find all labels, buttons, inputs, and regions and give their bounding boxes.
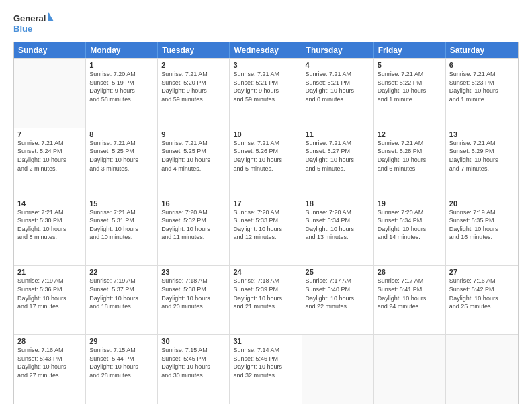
day-number: 25: [306, 268, 370, 276]
calendar-cell: 29Sunrise: 7:15 AM Sunset: 5:44 PM Dayli…: [86, 335, 158, 404]
day-number: 23: [161, 268, 226, 276]
calendar-cell: 9Sunrise: 7:21 AM Sunset: 5:25 PM Daylig…: [158, 128, 230, 197]
calendar-cell: 27Sunrise: 7:16 AM Sunset: 5:42 PM Dayli…: [446, 266, 518, 334]
header-day-tuesday: Tuesday: [158, 42, 230, 58]
day-info: Sunrise: 7:14 AM Sunset: 5:46 PM Dayligh…: [233, 346, 298, 379]
day-info: Sunrise: 7:20 AM Sunset: 5:34 PM Dayligh…: [306, 208, 370, 242]
day-number: 20: [449, 199, 515, 208]
day-info: Sunrise: 7:21 AM Sunset: 5:25 PM Dayligh…: [89, 139, 154, 173]
day-info: Sunrise: 7:16 AM Sunset: 5:42 PM Dayligh…: [449, 277, 515, 310]
calendar-cell: 7Sunrise: 7:21 AM Sunset: 5:24 PM Daylig…: [14, 128, 86, 197]
calendar-cell: 24Sunrise: 7:18 AM Sunset: 5:39 PM Dayli…: [230, 266, 302, 334]
day-info: Sunrise: 7:21 AM Sunset: 5:24 PM Dayligh…: [17, 139, 82, 173]
calendar-cell: 23Sunrise: 7:18 AM Sunset: 5:38 PM Dayli…: [158, 266, 230, 334]
day-number: 14: [17, 199, 82, 208]
day-number: 5: [378, 61, 442, 69]
day-number: 28: [17, 337, 82, 345]
day-info: Sunrise: 7:19 AM Sunset: 5:36 PM Dayligh…: [17, 277, 82, 310]
day-number: 10: [233, 130, 298, 138]
day-info: Sunrise: 7:20 AM Sunset: 5:32 PM Dayligh…: [161, 208, 226, 242]
day-number: 26: [378, 268, 442, 276]
day-info: Sunrise: 7:15 AM Sunset: 5:44 PM Dayligh…: [89, 346, 154, 379]
day-info: Sunrise: 7:21 AM Sunset: 5:20 PM Dayligh…: [161, 70, 226, 103]
calendar-cell: 18Sunrise: 7:20 AM Sunset: 5:34 PM Dayli…: [302, 197, 374, 266]
day-info: Sunrise: 7:16 AM Sunset: 5:43 PM Dayligh…: [17, 346, 82, 379]
logo-svg: General Blue: [13, 11, 54, 35]
svg-marker-2: [48, 12, 54, 21]
calendar-week-1: 1Sunrise: 7:20 AM Sunset: 5:19 PM Daylig…: [14, 58, 518, 128]
calendar-cell: 6Sunrise: 7:21 AM Sunset: 5:23 PM Daylig…: [446, 59, 518, 128]
svg-text:Blue: Blue: [13, 24, 32, 34]
day-info: Sunrise: 7:21 AM Sunset: 5:22 PM Dayligh…: [378, 70, 442, 103]
calendar-cell: 25Sunrise: 7:17 AM Sunset: 5:40 PM Dayli…: [302, 266, 374, 334]
calendar-cell: 10Sunrise: 7:21 AM Sunset: 5:26 PM Dayli…: [230, 128, 302, 197]
calendar-cell: 5Sunrise: 7:21 AM Sunset: 5:22 PM Daylig…: [374, 59, 446, 128]
svg-text:General: General: [13, 13, 46, 24]
day-number: 8: [89, 130, 154, 138]
day-info: Sunrise: 7:21 AM Sunset: 5:26 PM Dayligh…: [233, 139, 298, 173]
calendar-body: 1Sunrise: 7:20 AM Sunset: 5:19 PM Daylig…: [14, 58, 518, 404]
header-day-monday: Monday: [86, 42, 158, 58]
calendar-week-4: 21Sunrise: 7:19 AM Sunset: 5:36 PM Dayli…: [14, 265, 518, 334]
header: General Blue: [13, 11, 519, 35]
day-number: 29: [89, 337, 154, 345]
day-number: 24: [233, 268, 298, 276]
calendar-cell: 22Sunrise: 7:19 AM Sunset: 5:37 PM Dayli…: [86, 266, 158, 334]
day-number: 30: [161, 337, 226, 345]
day-number: 18: [306, 199, 370, 208]
day-info: Sunrise: 7:20 AM Sunset: 5:33 PM Dayligh…: [233, 208, 298, 242]
calendar-cell: [446, 335, 518, 404]
day-number: 15: [89, 199, 154, 208]
day-info: Sunrise: 7:18 AM Sunset: 5:38 PM Dayligh…: [161, 277, 226, 310]
day-info: Sunrise: 7:17 AM Sunset: 5:40 PM Dayligh…: [306, 277, 370, 310]
day-info: Sunrise: 7:21 AM Sunset: 5:21 PM Dayligh…: [306, 70, 370, 103]
calendar-cell: 21Sunrise: 7:19 AM Sunset: 5:36 PM Dayli…: [14, 266, 86, 334]
calendar-week-5: 28Sunrise: 7:16 AM Sunset: 5:43 PM Dayli…: [14, 334, 518, 404]
calendar-cell: [14, 59, 86, 128]
day-info: Sunrise: 7:21 AM Sunset: 5:25 PM Dayligh…: [161, 139, 226, 173]
calendar-cell: 19Sunrise: 7:20 AM Sunset: 5:34 PM Dayli…: [374, 197, 446, 266]
logo: General Blue: [13, 11, 54, 35]
calendar-cell: 14Sunrise: 7:21 AM Sunset: 5:30 PM Dayli…: [14, 197, 86, 266]
day-number: 9: [161, 130, 226, 138]
header-day-friday: Friday: [374, 42, 446, 58]
calendar-cell: 28Sunrise: 7:16 AM Sunset: 5:43 PM Dayli…: [14, 335, 86, 404]
day-info: Sunrise: 7:21 AM Sunset: 5:30 PM Dayligh…: [17, 208, 82, 242]
day-number: 16: [161, 199, 226, 208]
day-info: Sunrise: 7:21 AM Sunset: 5:27 PM Dayligh…: [306, 139, 370, 173]
calendar: SundayMondayTuesdayWednesdayThursdayFrid…: [13, 42, 519, 404]
day-number: 19: [378, 199, 442, 208]
calendar-cell: 4Sunrise: 7:21 AM Sunset: 5:21 PM Daylig…: [302, 59, 374, 128]
day-info: Sunrise: 7:20 AM Sunset: 5:19 PM Dayligh…: [89, 70, 154, 103]
calendar-cell: 11Sunrise: 7:21 AM Sunset: 5:27 PM Dayli…: [302, 128, 374, 197]
calendar-cell: 8Sunrise: 7:21 AM Sunset: 5:25 PM Daylig…: [86, 128, 158, 197]
day-number: 21: [17, 268, 82, 276]
calendar-cell: 12Sunrise: 7:21 AM Sunset: 5:28 PM Dayli…: [374, 128, 446, 197]
day-number: 4: [306, 61, 370, 69]
day-number: 31: [233, 337, 298, 345]
day-info: Sunrise: 7:20 AM Sunset: 5:34 PM Dayligh…: [378, 208, 442, 242]
header-day-saturday: Saturday: [446, 42, 518, 58]
calendar-header: SundayMondayTuesdayWednesdayThursdayFrid…: [14, 42, 518, 58]
day-number: 1: [89, 61, 154, 69]
day-number: 2: [161, 61, 226, 69]
page: General Blue SundayMondayTuesdayWednesda…: [0, 0, 532, 411]
calendar-cell: 31Sunrise: 7:14 AM Sunset: 5:46 PM Dayli…: [230, 335, 302, 404]
day-number: 27: [449, 268, 515, 276]
day-info: Sunrise: 7:19 AM Sunset: 5:35 PM Dayligh…: [449, 208, 515, 242]
day-info: Sunrise: 7:18 AM Sunset: 5:39 PM Dayligh…: [233, 277, 298, 310]
calendar-cell: [302, 335, 374, 404]
calendar-cell: 30Sunrise: 7:15 AM Sunset: 5:45 PM Dayli…: [158, 335, 230, 404]
day-info: Sunrise: 7:19 AM Sunset: 5:37 PM Dayligh…: [89, 277, 154, 310]
header-day-thursday: Thursday: [302, 42, 374, 58]
day-number: 17: [233, 199, 298, 208]
day-info: Sunrise: 7:15 AM Sunset: 5:45 PM Dayligh…: [161, 346, 226, 379]
calendar-cell: 13Sunrise: 7:21 AM Sunset: 5:29 PM Dayli…: [446, 128, 518, 197]
day-info: Sunrise: 7:17 AM Sunset: 5:41 PM Dayligh…: [378, 277, 442, 310]
day-info: Sunrise: 7:21 AM Sunset: 5:29 PM Dayligh…: [449, 139, 515, 173]
header-day-wednesday: Wednesday: [230, 42, 302, 58]
calendar-cell: 2Sunrise: 7:21 AM Sunset: 5:20 PM Daylig…: [158, 59, 230, 128]
day-number: 22: [89, 268, 154, 276]
day-number: 6: [449, 61, 515, 69]
calendar-cell: 16Sunrise: 7:20 AM Sunset: 5:32 PM Dayli…: [158, 197, 230, 266]
